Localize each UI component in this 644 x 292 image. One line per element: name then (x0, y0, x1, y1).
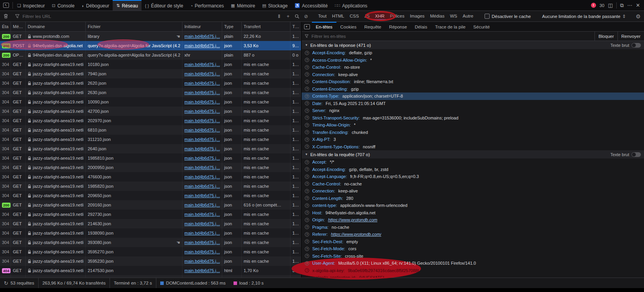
initiator-link[interactable]: main.bd4b6d75.j… (184, 100, 220, 104)
clear-requests-icon[interactable] (2, 14, 9, 19)
toolbox-tab[interactable]: ∷∷ Applications (331, 0, 371, 11)
help-icon[interactable]: ? (305, 51, 309, 55)
request-headers-section-title[interactable]: ▼ En-têtes de la requête (707 o) Texte b… (302, 150, 644, 158)
headers-filter-input[interactable] (311, 34, 592, 39)
type-filter-button[interactable]: XHR (373, 12, 386, 20)
help-icon[interactable]: ? (305, 87, 309, 91)
details-tab[interactable]: Sécurité (469, 22, 494, 31)
help-icon[interactable]: ? (305, 203, 309, 208)
column-header[interactable]: Transfert (242, 22, 290, 31)
help-icon[interactable]: ? (305, 174, 309, 179)
column-header[interactable]: Éta (0, 22, 11, 31)
initiator-link[interactable]: main.bd4b6d75.j… (184, 34, 220, 39)
toolbox-tab[interactable]: ❏ Inspecteur (14, 0, 48, 11)
request-row[interactable]: 304 GET jazzy-starlight-aeea19.netli… 35… (0, 247, 301, 256)
request-row[interactable]: 200 POST 94he6yatei-dsn.algolia.net quer… (0, 41, 301, 50)
header-row[interactable]: ? Referer https://www.protondb.com/ (302, 231, 644, 238)
toolbox-tab[interactable]: ▦ Mémoire (227, 0, 258, 11)
help-icon[interactable]: ? (305, 232, 309, 237)
request-row[interactable]: 304 GET jazzy-starlight-aeea19.netli… 35… (0, 256, 301, 266)
help-icon[interactable]: ? (305, 261, 309, 265)
help-icon[interactable]: ? (305, 189, 309, 193)
details-pane-toggle-icon[interactable]: ▸ (302, 22, 312, 31)
header-row[interactable]: ? Access-Control-Allow-Origin * (302, 57, 644, 64)
column-header[interactable]: Initiateur (182, 22, 222, 31)
help-icon[interactable]: ? (305, 144, 309, 149)
request-row[interactable]: 304 GET jazzy-starlight-aeea19.netli… 68… (0, 125, 301, 135)
request-row[interactable]: 304 GET jazzy-starlight-aeea19.netli… 39… (0, 238, 301, 247)
help-icon[interactable]: ? (305, 109, 309, 113)
initiator-link[interactable]: main.bd4b6d75.j… (184, 231, 220, 235)
help-icon[interactable]: ? (305, 225, 309, 229)
initiator-link[interactable]: main.bd4b6d75.j… (184, 71, 220, 76)
initiator-link[interactable]: main.bd4b6d75.j… (184, 137, 220, 142)
type-filter-button[interactable]: HTML (331, 12, 346, 20)
type-filter-button[interactable]: Polices (388, 12, 406, 20)
request-row[interactable]: 304 GET jazzy-starlight-aeea19.netli… 42… (0, 107, 301, 116)
new-request-icon[interactable]: + (285, 14, 292, 19)
request-row[interactable]: 304 GET jazzy-starlight-aeea19.netli… 19… (0, 182, 301, 191)
meatball-menu-icon[interactable]: ⋯ (627, 2, 632, 8)
initiator-link[interactable]: main.bd4b6d75.j… (184, 184, 220, 189)
initiator-link[interactable]: main.bd4b6d75.j… (184, 62, 220, 67)
help-icon[interactable]: ? (305, 58, 309, 62)
request-row[interactable]: 200 OP… 94he6yatei-dsn.algolia.net query… (0, 50, 301, 60)
throttling-dropdown[interactable]: Aucune limitation de la bande passante ⇕ (540, 14, 629, 19)
raw-toggle[interactable] (632, 152, 641, 157)
initiator-link[interactable]: xhr (184, 53, 190, 57)
initiator-link[interactable]: main.bd4b6d75.j… (184, 174, 220, 179)
request-row[interactable]: 304 GET jazzy-starlight-aeea19.netli… 20… (0, 116, 301, 125)
header-row[interactable]: ? Sec-Fetch-Mode cors (302, 245, 644, 253)
help-icon[interactable]: ? (305, 137, 309, 142)
request-row[interactable]: 304 GET jazzy-starlight-aeea19.netli… 79… (0, 69, 301, 78)
header-row[interactable]: ? Server nginx (302, 107, 644, 114)
initiator-link[interactable]: main.bd4b6d75.j… (184, 165, 220, 170)
search-icon[interactable] (294, 14, 301, 19)
help-icon[interactable]: ? (305, 160, 309, 164)
initiator-link[interactable]: main.bd4b6d75.j… (184, 43, 220, 48)
header-row[interactable]: ? Accept */* (302, 158, 644, 166)
header-row[interactable]: ? x-algolia-application-id 94HE6YATEI (302, 274, 644, 278)
details-tab[interactable]: Requête (360, 22, 385, 31)
header-row[interactable]: ? Content-Encoding gzip (302, 85, 644, 93)
header-row[interactable]: ? Sec-Fetch-Dest empty (302, 238, 644, 246)
request-row[interactable]: 304 GET jazzy-starlight-aeea19.netli… 19… (0, 228, 301, 238)
details-tab[interactable]: Trace de la pile (431, 22, 469, 31)
type-filter-button[interactable]: JS (363, 12, 371, 20)
responsive-mode-icon[interactable]: ⧉ (620, 2, 624, 9)
header-row[interactable]: ? Content-Type application/json; charset… (302, 93, 644, 100)
header-row[interactable]: ? x-algolia-api-key 9ba0e69fb2974316cdae… (302, 267, 644, 274)
request-row[interactable]: 304 GET jazzy-starlight-aeea19.netli… 26… (0, 144, 301, 153)
help-icon[interactable]: ? (305, 72, 309, 77)
request-row[interactable]: 304 GET jazzy-starlight-aeea19.netli… 20… (0, 191, 301, 200)
help-icon[interactable]: ? (305, 94, 309, 98)
dock-position-icon[interactable]: ◫ (608, 2, 613, 8)
header-row[interactable]: ? Timing-Allow-Origin * (302, 121, 644, 129)
header-row[interactable]: ? Connection keep-alive (302, 71, 644, 78)
initiator-link[interactable]: main.bd4b6d75.j… (184, 221, 220, 226)
initiator-link[interactable]: main.bd4b6d75.j… (184, 212, 220, 217)
block-request-icon[interactable]: ⊘ (303, 14, 310, 19)
header-row[interactable]: ? Accept-Encoding gzip, deflate, br, zst… (302, 166, 644, 173)
header-row[interactable]: ? Cache-Control no-cache (302, 180, 644, 188)
settings-gear-icon[interactable]: ⚙ (635, 13, 642, 20)
header-row[interactable]: ? Content-Length 280 (302, 195, 644, 202)
help-icon[interactable]: ? (305, 65, 309, 69)
toolbox-tab[interactable]: ◗ Débogueur (78, 0, 113, 11)
toolbox-tab[interactable]: ⊡ Console (48, 0, 78, 11)
initiator-link[interactable]: main.bd4b6d75.j… (184, 146, 220, 151)
details-tab[interactable]: En-têtes (312, 22, 336, 31)
help-icon[interactable]: ? (305, 276, 309, 278)
toolbox-tab[interactable]: { } Éditeur de style (142, 0, 187, 11)
initiator-link[interactable]: main.bd4b6d75.j… (184, 128, 220, 132)
header-row[interactable]: ? content-type application/x-www-form-ur… (302, 202, 644, 209)
type-filter-button[interactable]: Images (408, 12, 426, 20)
disable-cache-checkbox[interactable]: Désactiver le cache (482, 14, 533, 19)
column-header[interactable]: Domaine (26, 22, 86, 31)
resend-button[interactable]: Renvoyer (617, 32, 644, 41)
request-row[interactable]: 304 GET jazzy-starlight-aeea19.netli… 29… (0, 210, 301, 219)
help-icon[interactable]: ? (305, 116, 309, 120)
initiator-link[interactable]: main.bd4b6d75.j… (184, 240, 220, 245)
column-header[interactable]: Fichier (86, 22, 182, 31)
initiator-link[interactable]: main.bd4b6d75.j… (184, 203, 220, 207)
